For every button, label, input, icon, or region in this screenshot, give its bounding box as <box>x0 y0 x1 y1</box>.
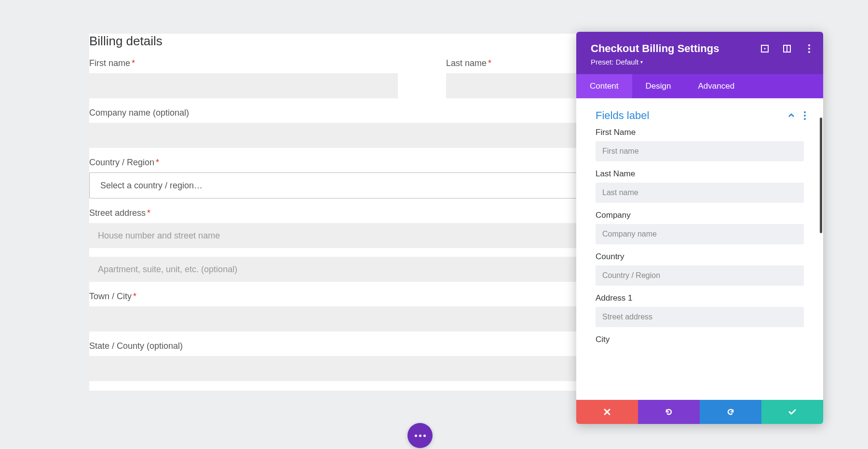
required-asterisk: * <box>488 58 491 68</box>
tab-design[interactable]: Design <box>632 74 685 98</box>
country-select-placeholder: Select a country / region… <box>100 181 203 191</box>
first-name-block: First name* <box>89 58 398 98</box>
section-header: Fields label <box>576 107 823 128</box>
section-title: Fields label <box>596 109 649 122</box>
panel-field-country: Country <box>596 252 804 286</box>
panel-input-address1[interactable] <box>596 307 804 327</box>
split-view-icon[interactable] <box>783 44 791 53</box>
redo-button[interactable] <box>700 400 761 424</box>
panel-field-first-name: First Name <box>596 128 804 161</box>
panel-input-country[interactable] <box>596 265 804 286</box>
required-asterisk: * <box>133 291 136 301</box>
panel-label-city: City <box>596 335 804 344</box>
preset-dropdown[interactable]: Preset: Default ▾ <box>591 58 643 66</box>
tab-content[interactable]: Content <box>576 74 632 98</box>
settings-panel: Checkout Billing Settings Preset: Defaul… <box>576 32 823 424</box>
required-asterisk: * <box>147 208 150 218</box>
panel-field-last-name: Last Name <box>596 169 804 203</box>
first-name-label: First name* <box>89 58 398 68</box>
caret-down-icon: ▾ <box>640 59 643 65</box>
panel-footer <box>576 400 823 424</box>
panel-tabs: Content Design Advanced <box>576 74 823 98</box>
panel-body: Fields label First Name Last Name Compan… <box>576 98 823 400</box>
undo-button[interactable] <box>638 400 700 424</box>
panel-field-address1: Address 1 <box>596 293 804 327</box>
required-asterisk: * <box>156 158 159 167</box>
save-button[interactable] <box>761 400 823 424</box>
panel-input-first-name[interactable] <box>596 141 804 161</box>
panel-input-last-name[interactable] <box>596 183 804 203</box>
panel-label-country: Country <box>596 252 804 262</box>
expand-icon[interactable] <box>760 44 769 53</box>
panel-input-company[interactable] <box>596 224 804 244</box>
panel-field-city: City <box>596 335 804 348</box>
svg-point-1 <box>764 48 766 50</box>
panel-header: Checkout Billing Settings Preset: Defaul… <box>576 32 823 74</box>
required-asterisk: * <box>132 58 135 68</box>
collapse-icon[interactable] <box>787 112 795 119</box>
panel-label-address1: Address 1 <box>596 293 804 303</box>
first-name-input[interactable] <box>89 73 398 98</box>
scrollbar-thumb[interactable] <box>820 118 822 233</box>
panel-label-last-name: Last Name <box>596 169 804 179</box>
panel-label-first-name: First Name <box>596 128 804 137</box>
more-icon[interactable] <box>805 44 814 53</box>
section-more-icon[interactable] <box>804 111 806 120</box>
cancel-button[interactable] <box>576 400 638 424</box>
dots-icon <box>415 435 426 437</box>
tab-advanced[interactable]: Advanced <box>684 74 748 98</box>
panel-field-company: Company <box>596 211 804 244</box>
builder-fab-button[interactable] <box>407 423 433 448</box>
panel-label-company: Company <box>596 211 804 220</box>
